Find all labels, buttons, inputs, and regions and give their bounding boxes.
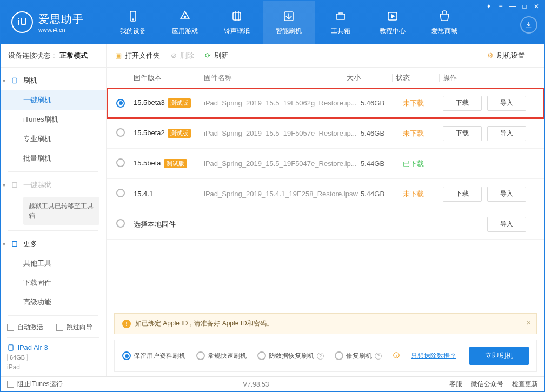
topnav-icon-2 [230,9,244,23]
radio[interactable] [116,128,125,137]
table-row[interactable]: 15.5beta3测试版iPad_Spring_2019_15.5_19F506… [107,88,544,118]
sidebar: 设备连接状态：正常模式 ▾刷机一键刷机iTunes刷机专业刷机批量刷机▾一键越狱… [1,44,107,376]
connection-status: 设备连接状态：正常模式 [1,44,106,68]
brand: iU 爱思助手 www.i4.cn [7,11,107,33]
flash-now-button[interactable]: 立即刷机 [469,347,529,365]
notice-close-icon[interactable]: × [526,318,531,327]
download-button[interactable]: 下载 [443,187,482,202]
topnav-icon-6 [437,9,451,23]
device-name[interactable]: iPad Air 3 [7,343,99,351]
table-row[interactable]: 15.5beta测试版iPad_Spring_2019_15.5_19F5047… [107,149,544,179]
import-button[interactable]: 导入 [487,126,526,141]
svg-rect-5 [336,14,345,19]
delete-button[interactable]: ⊘删除 [171,51,194,61]
main-area: 设备连接状态：正常模式 ▾刷机一键刷机iTunes刷机专业刷机批量刷机▾一键越狱… [1,44,544,376]
topnav-item-1[interactable]: 应用游戏 [159,1,211,44]
svg-rect-9 [12,241,17,246]
device-capacity: 64GB [7,354,28,361]
device-type: iPad [7,363,99,371]
top-nav: 我的设备应用游戏铃声壁纸智能刷机工具箱教程中心爱思商城 [107,1,538,44]
topnav-icon-0 [126,9,140,23]
maximize-icon[interactable]: □ [519,2,530,11]
topnav-icon-3 [282,9,296,23]
status-link-0[interactable]: 客服 [449,380,462,389]
block-itunes-checkbox[interactable]: 阻止iTunes运行 [7,380,63,389]
download-button[interactable]: 下载 [443,96,482,111]
sidebar-item-0-1[interactable]: iTunes刷机 [1,110,106,129]
table-row[interactable]: 选择本地固件导入 [107,209,544,240]
flash-settings-button[interactable]: ⚙刷机设置 [487,51,525,61]
topnav-item-2[interactable]: 铃声壁纸 [211,1,263,44]
svg-point-2 [184,16,186,17]
table-row[interactable]: 15.5beta2测试版iPad_Spring_2019_15.5_19F505… [107,118,544,149]
toolbar: ▣打开文件夹 ⊘删除 ⟳刷新 ⚙刷机设置 [107,44,544,68]
sidebar-group-0[interactable]: ▾刷机 [1,71,106,90]
help-icon[interactable]: ? [317,353,324,360]
sidebar-item-2-1[interactable]: 下载固件 [1,273,106,293]
radio[interactable] [116,189,125,197]
info-icon [393,351,400,361]
erase-only-link[interactable]: 只想抹除数据？ [411,351,456,361]
import-button[interactable]: 导入 [487,217,526,232]
status-link-2[interactable]: 检查更新 [512,380,538,389]
window-controls: ✦ ≡ — □ ✕ [483,2,542,11]
minimize-icon[interactable]: — [507,2,518,11]
device-info: iPad Air 3 64GB iPad [7,337,99,371]
sidebar-footer: 自动激活 跳过向导 iPad Air 3 64GB iPad [1,317,106,376]
topnav-item-5[interactable]: 教程中心 [367,1,418,44]
sidebar-item-0-3[interactable]: 批量刷机 [1,149,106,168]
menu-icon[interactable]: ≡ [495,2,506,11]
table-row[interactable]: 15.4.1iPad_Spring_2019_15.4.1_19E258_Res… [107,179,544,209]
version-label: V7.98.53 [63,381,449,388]
config-icon[interactable]: ✦ [483,2,494,11]
brand-name: 爱思助手 [38,12,84,26]
topnav-item-0[interactable]: 我的设备 [107,1,159,44]
flash-option-3[interactable]: 修复刷机? [335,351,382,361]
help-icon[interactable]: ? [375,353,382,360]
import-button[interactable]: 导入 [487,96,526,111]
firmware-table: 固件版本 固件名称 大小 状态 操作 15.5beta3测试版iPad_Spri… [107,68,544,311]
download-button[interactable]: 下载 [443,126,482,141]
svg-rect-3 [233,12,241,20]
status-link-1[interactable]: 微信公众号 [471,380,503,389]
topnav-item-4[interactable]: 工具箱 [315,1,367,44]
flash-option-0[interactable]: 保留用户资料刷机 [122,351,185,361]
flash-option-2[interactable]: 防数据恢复刷机? [257,351,324,361]
flash-options: 保留用户资料刷机常规快速刷机防数据恢复刷机?修复刷机?只想抹除数据？立即刷机 [114,340,537,372]
svg-rect-7 [12,78,17,83]
sidebar-note: 越狱工具已转移至工具箱 [23,197,99,225]
sidebar-item-2-0[interactable]: 其他工具 [1,254,106,273]
flash-icon [10,77,19,84]
content-area: ▣打开文件夹 ⊘删除 ⟳刷新 ⚙刷机设置 固件版本 固件名称 大小 状态 操作 … [107,44,544,376]
svg-point-1 [132,19,134,20]
topnav-icon-4 [334,9,348,23]
radio[interactable] [116,99,125,108]
brand-logo: iU [11,11,33,33]
download-manager-icon[interactable] [520,16,537,34]
brand-url: www.i4.cn [38,26,84,33]
auto-activate-checkbox[interactable]: 自动激活 跳过向导 [7,323,99,332]
table-header: 固件版本 固件名称 大小 状态 操作 [107,68,544,88]
sidebar-item-2-2[interactable]: 高级功能 [1,293,106,312]
status-bar: 阻止iTunes运行 V7.98.53 客服微信公众号检查更新 [1,376,544,391]
svg-rect-10 [9,344,13,350]
topnav-icon-1 [178,9,192,23]
radio[interactable] [116,219,125,228]
topnav-item-6[interactable]: 爱思商城 [418,1,470,44]
apple-id-notice: ! 如已绑定 Apple ID，请准备好 Apple ID和密码。 × [114,313,537,334]
refresh-button[interactable]: ⟳刷新 [205,51,228,61]
sidebar-item-0-0[interactable]: 一键刷机 [1,90,106,110]
import-button[interactable]: 导入 [487,187,526,202]
topnav-icon-5 [386,9,400,23]
topnav-item-3[interactable]: 智能刷机 [263,1,315,44]
sidebar-group-2[interactable]: ▾更多 [1,234,106,254]
lock-icon [10,181,19,189]
flash-option-1[interactable]: 常规快速刷机 [196,351,247,361]
open-folder-button[interactable]: ▣打开文件夹 [115,51,160,61]
close-icon[interactable]: ✕ [531,2,542,11]
radio[interactable] [116,158,125,167]
sidebar-group-1[interactable]: ▾一键越狱 [1,175,106,195]
title-bar: iU 爱思助手 www.i4.cn 我的设备应用游戏铃声壁纸智能刷机工具箱教程中… [1,1,544,44]
more-icon [10,240,19,248]
sidebar-item-0-2[interactable]: 专业刷机 [1,129,106,149]
